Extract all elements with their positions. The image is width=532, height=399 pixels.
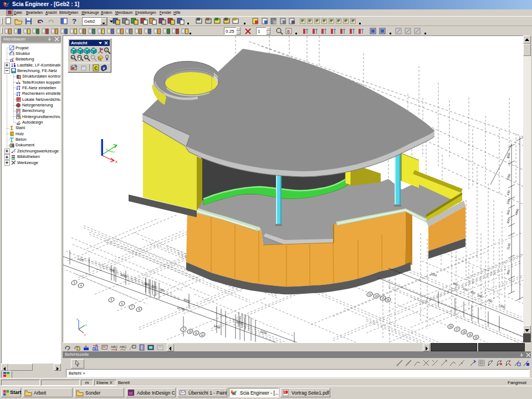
svg-text:550: 550 xyxy=(453,282,459,287)
svg-text:100: 100 xyxy=(462,287,468,291)
svg-text:1050: 1050 xyxy=(506,173,511,181)
svg-text:17: 17 xyxy=(456,328,459,331)
svg-text:x: x xyxy=(84,333,86,336)
svg-text:300: 300 xyxy=(506,218,510,224)
svg-text:12: 12 xyxy=(201,334,204,336)
svg-text:+: + xyxy=(105,48,108,52)
svg-text:18: 18 xyxy=(462,331,466,334)
svg-text:1140: 1140 xyxy=(506,243,511,250)
svg-text:20: 20 xyxy=(474,336,478,339)
svg-text:500: 500 xyxy=(506,209,510,215)
svg-text:1510: 1510 xyxy=(430,272,438,277)
svg-text:13: 13 xyxy=(368,293,371,296)
svg-text:750: 750 xyxy=(487,298,493,303)
svg-text:11: 11 xyxy=(195,332,198,335)
svg-text:16: 16 xyxy=(386,299,390,301)
svg-text:430: 430 xyxy=(506,190,510,196)
svg-text:ABC: ABC xyxy=(120,345,127,349)
svg-text:16: 16 xyxy=(449,325,452,328)
svg-text:C: C xyxy=(94,65,98,71)
svg-text:ABC: ABC xyxy=(111,345,118,349)
svg-text:14: 14 xyxy=(375,295,378,298)
svg-text:240: 240 xyxy=(506,199,510,204)
svg-text:Id: Id xyxy=(129,391,132,396)
svg-text:950: 950 xyxy=(506,269,510,275)
svg-text:11700: 11700 xyxy=(177,305,186,311)
svg-text:15: 15 xyxy=(381,297,385,300)
svg-text:19: 19 xyxy=(468,334,472,336)
svg-text:y: y xyxy=(85,323,87,326)
svg-text:8362: 8362 xyxy=(183,298,191,303)
svg-text:600: 600 xyxy=(506,153,510,158)
svg-text:300: 300 xyxy=(470,290,476,295)
svg-text:10: 10 xyxy=(188,330,192,333)
svg-text:4950: 4950 xyxy=(514,208,519,216)
svg-text:z: z xyxy=(76,318,78,321)
svg-text:8: 8 xyxy=(287,29,290,34)
svg-text:1310: 1310 xyxy=(260,329,268,335)
svg-text:1810: 1810 xyxy=(120,273,128,278)
svg-text:1300: 1300 xyxy=(498,303,506,309)
svg-text:x: x xyxy=(115,159,117,164)
svg-text:?: ? xyxy=(72,17,76,25)
svg-text:285: 285 xyxy=(144,282,150,287)
svg-text:1325: 1325 xyxy=(77,257,85,262)
svg-text:1410: 1410 xyxy=(213,324,221,329)
svg-text:150: 150 xyxy=(477,293,483,298)
